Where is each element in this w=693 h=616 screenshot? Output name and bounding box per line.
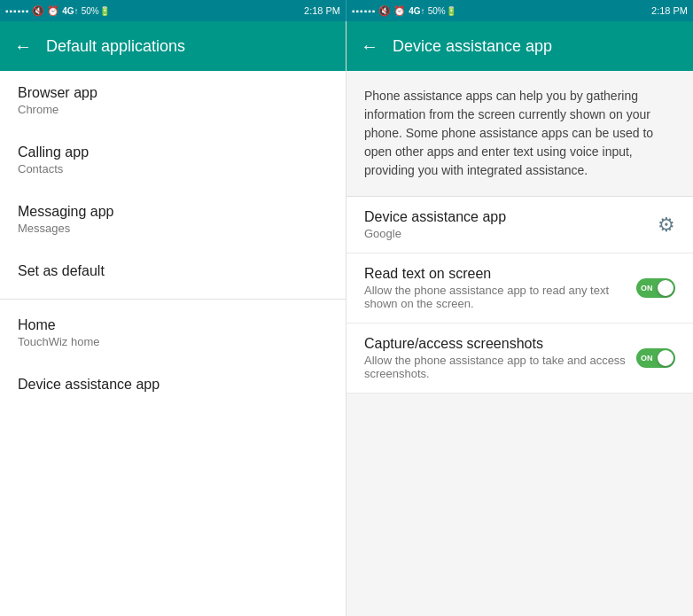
left-panel-title: Default applications — [46, 37, 185, 56]
status-bar: ▪▪▪▪▪▪ 🔇 ⏰ 4G↑ 50%🔋 2:18 PM ▪▪▪▪▪▪ 🔇 ⏰ 4… — [0, 0, 693, 21]
menu-item-device-assistance[interactable]: Device assistance app — [0, 363, 346, 409]
read-text-title: Read text on screen — [364, 266, 627, 282]
panels: ← Default applications Browser app Chrom… — [0, 21, 693, 616]
right-content-list: Phone assistance apps can help you by ga… — [346, 71, 693, 616]
status-time-right: 2:18 PM — [651, 5, 688, 16]
mute-icon-right: 🔇 — [378, 5, 391, 17]
status-bar-left: ▪▪▪▪▪▪ 🔇 ⏰ 4G↑ 50%🔋 2:18 PM — [0, 0, 346, 21]
messaging-app-title: Messaging app — [18, 204, 328, 220]
left-panel: ← Default applications Browser app Chrom… — [0, 21, 346, 616]
alarm-icon-right: ⏰ — [393, 5, 406, 17]
left-divider — [0, 299, 346, 300]
calling-app-subtitle: Contacts — [18, 162, 328, 175]
messaging-app-subtitle: Messages — [18, 222, 328, 235]
right-item-screenshots[interactable]: Capture/access screenshots Allow the pho… — [346, 324, 693, 394]
gear-icon[interactable]: ⚙ — [658, 214, 675, 237]
right-item-read-text[interactable]: Read text on screen Allow the phone assi… — [346, 253, 693, 324]
set-default-title: Set as default — [18, 263, 328, 279]
left-menu-list: Browser app Chrome Calling app Contacts … — [0, 71, 346, 616]
status-bar-right: ▪▪▪▪▪▪ 🔇 ⏰ 4G↑ 50%🔋 2:18 PM — [346, 0, 693, 21]
menu-item-browser-app[interactable]: Browser app Chrome — [0, 71, 346, 130]
read-text-toggle-label: ON — [641, 284, 653, 292]
right-back-button[interactable]: ← — [361, 36, 378, 57]
browser-app-title: Browser app — [18, 85, 328, 101]
device-assistance-app-title: Device assistance app — [364, 209, 658, 225]
screenshots-toggle-knob — [658, 350, 674, 366]
battery-icon-left: 50%🔋 — [82, 6, 110, 16]
battery-icon-right: 50%🔋 — [428, 6, 456, 16]
menu-item-messaging-app[interactable]: Messaging app Messages — [0, 190, 346, 249]
right-item-screenshots-text: Capture/access screenshots Allow the pho… — [364, 336, 627, 380]
status-time-left: 2:18 PM — [304, 5, 340, 16]
left-toolbar: ← Default applications — [0, 21, 346, 71]
right-panel-title: Device assistance app — [393, 37, 552, 56]
menu-item-set-default[interactable]: Set as default — [0, 249, 346, 295]
right-item-device-assistance-text: Device assistance app Google — [364, 209, 658, 240]
menu-item-calling-app[interactable]: Calling app Contacts — [0, 130, 346, 190]
left-back-button[interactable]: ← — [14, 36, 32, 57]
alarm-icon-left: ⏰ — [47, 5, 59, 17]
device-assistance-title: Device assistance app — [18, 377, 328, 393]
device-assistance-app-subtitle: Google — [364, 227, 658, 240]
browser-app-subtitle: Chrome — [18, 103, 328, 116]
home-title: Home — [18, 317, 328, 333]
right-toolbar: ← Device assistance app — [346, 21, 693, 71]
menu-item-home[interactable]: Home TouchWiz home — [0, 303, 346, 363]
fb-icons-right: ▪▪▪▪▪▪ — [352, 6, 376, 16]
status-icons-right: ▪▪▪▪▪▪ 🔇 ⏰ 4G↑ 50%🔋 — [352, 5, 456, 17]
screenshots-title: Capture/access screenshots — [364, 336, 627, 352]
signal-icon-right: 4G↑ — [409, 6, 424, 16]
screenshots-subtitle: Allow the phone assistance app to take a… — [364, 354, 627, 380]
right-panel: ← Device assistance app Phone assistance… — [346, 21, 693, 616]
home-subtitle: TouchWiz home — [18, 335, 328, 348]
fb-icons-left: ▪▪▪▪▪▪ — [5, 6, 29, 16]
screenshots-toggle[interactable]: ON — [636, 348, 675, 368]
read-text-toggle[interactable]: ON — [636, 278, 675, 298]
read-text-subtitle: Allow the phone assistance app to read a… — [364, 284, 627, 310]
signal-icon-left: 4G↑ — [62, 6, 78, 16]
read-text-toggle-knob — [658, 280, 674, 296]
calling-app-title: Calling app — [18, 144, 328, 160]
mute-icon-left: 🔇 — [32, 5, 44, 17]
screenshots-toggle-label: ON — [641, 354, 653, 363]
status-icons-left: ▪▪▪▪▪▪ 🔇 ⏰ 4G↑ 50%🔋 — [5, 5, 110, 17]
assistance-description: Phone assistance apps can help you by ga… — [346, 71, 693, 197]
right-item-read-text-text: Read text on screen Allow the phone assi… — [364, 266, 627, 310]
right-item-device-assistance[interactable]: Device assistance app Google ⚙ — [346, 197, 693, 253]
